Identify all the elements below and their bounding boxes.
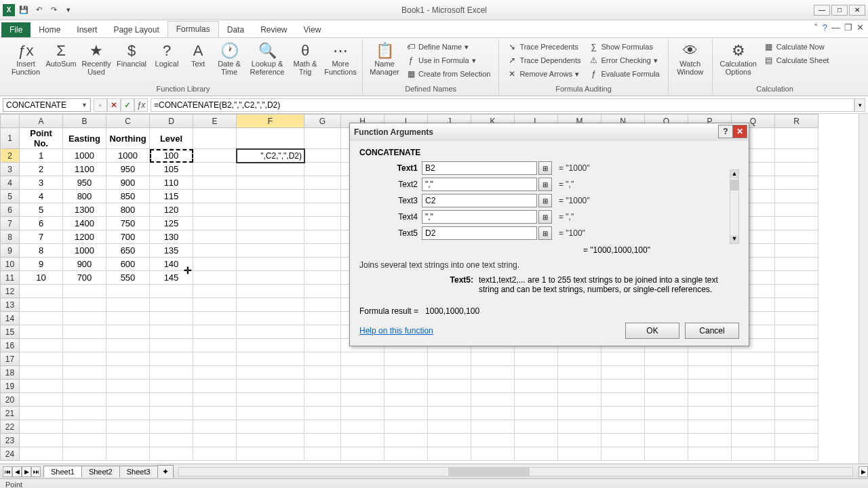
cell[interactable]: Level — [150, 128, 193, 149]
workbook-close-icon[interactable]: ✕ — [856, 22, 864, 33]
row-header[interactable]: 5 — [1, 190, 20, 203]
cell[interactable] — [341, 352, 384, 366]
cell[interactable] — [645, 420, 688, 434]
cell[interactable] — [20, 339, 63, 352]
cell[interactable] — [732, 352, 775, 366]
cell[interactable] — [471, 447, 515, 461]
cell[interactable] — [237, 298, 304, 312]
cell[interactable] — [63, 380, 106, 393]
cell[interactable]: 1100 — [63, 163, 106, 176]
cell[interactable] — [106, 285, 150, 298]
cell[interactable] — [106, 447, 150, 461]
cell[interactable]: Easting — [63, 128, 106, 149]
cell[interactable] — [428, 420, 471, 434]
cell[interactable] — [471, 366, 515, 380]
cell[interactable] — [193, 217, 237, 230]
cell[interactable]: 1000 — [63, 244, 106, 258]
cell[interactable] — [150, 420, 193, 434]
cell[interactable] — [384, 447, 428, 461]
cell[interactable] — [237, 352, 304, 366]
cell[interactable] — [63, 352, 106, 366]
cell[interactable] — [193, 325, 237, 339]
cell[interactable] — [304, 128, 341, 149]
cell[interactable] — [384, 407, 428, 420]
cell[interactable] — [193, 271, 237, 285]
cell[interactable] — [304, 217, 341, 230]
cell[interactable] — [63, 393, 106, 407]
cell[interactable] — [193, 285, 237, 298]
cell[interactable] — [63, 298, 106, 312]
tab-file[interactable]: File — [1, 22, 31, 37]
cell[interactable] — [428, 366, 471, 380]
cell[interactable] — [20, 393, 63, 407]
cell[interactable] — [304, 244, 341, 258]
tab-prev-button[interactable]: ◀ — [12, 466, 22, 477]
cell[interactable] — [150, 434, 193, 447]
collapse-dialog-button[interactable]: ⊞ — [538, 210, 552, 224]
help-icon[interactable]: ? — [823, 22, 827, 33]
row-header[interactable]: 14 — [1, 312, 20, 325]
cell[interactable] — [193, 393, 237, 407]
cell[interactable] — [150, 298, 193, 312]
column-header[interactable]: D — [150, 115, 193, 128]
cell[interactable] — [150, 352, 193, 366]
cell[interactable]: 750 — [106, 217, 150, 230]
cell[interactable] — [515, 366, 558, 380]
cell[interactable]: 1 — [20, 149, 63, 163]
cell[interactable] — [193, 190, 237, 203]
cell[interactable] — [237, 230, 304, 244]
cell[interactable] — [193, 128, 237, 149]
cell[interactable] — [20, 352, 63, 366]
cell[interactable] — [775, 203, 818, 217]
row-header[interactable]: 22 — [1, 420, 20, 434]
tab-review[interactable]: Review — [252, 22, 295, 37]
cell[interactable] — [428, 352, 471, 366]
math-button[interactable]: θMath & Trig — [289, 41, 321, 77]
sheet-tab-2[interactable]: Sheet2 — [81, 466, 120, 477]
cell[interactable] — [732, 366, 775, 380]
cell[interactable] — [645, 407, 688, 420]
cell[interactable] — [601, 393, 645, 407]
cell[interactable] — [515, 407, 558, 420]
cell[interactable]: Point No. — [20, 128, 63, 149]
cell[interactable] — [20, 298, 63, 312]
cell[interactable]: 1300 — [63, 203, 106, 217]
cell[interactable] — [193, 420, 237, 434]
cell[interactable]: 8 — [20, 244, 63, 258]
use-in-formula-button[interactable]: ƒUse in Formula ▾ — [403, 54, 493, 66]
show-formulas-button[interactable]: ∑Show Formulas — [586, 41, 662, 53]
cell[interactable] — [471, 393, 515, 407]
name-box-dropdown-icon[interactable]: ▼ — [81, 102, 87, 108]
cell[interactable] — [150, 447, 193, 461]
cell[interactable] — [106, 380, 150, 393]
create-from-selection-button[interactable]: ▦Create from Selection — [403, 68, 493, 80]
cell[interactable] — [428, 393, 471, 407]
cell[interactable] — [515, 434, 558, 447]
cell[interactable] — [193, 298, 237, 312]
cell[interactable] — [150, 380, 193, 393]
cell[interactable] — [63, 407, 106, 420]
cell[interactable] — [237, 366, 304, 380]
cell[interactable] — [775, 271, 818, 285]
cell[interactable] — [304, 407, 341, 420]
name-manager-button[interactable]: 📋Name Manager — [368, 41, 401, 77]
cell[interactable] — [150, 285, 193, 298]
cell[interactable]: 120 — [150, 203, 193, 217]
cell[interactable] — [471, 380, 515, 393]
cell[interactable] — [341, 407, 384, 420]
save-icon[interactable]: 💾 — [18, 4, 30, 16]
cell[interactable] — [688, 407, 732, 420]
financial-button[interactable]: $Financial — [115, 41, 148, 69]
workbook-restore-icon[interactable]: ❐ — [844, 22, 852, 33]
cell[interactable]: 3 — [20, 176, 63, 190]
autosum-button[interactable]: ΣAutoSum — [45, 41, 77, 69]
cell[interactable] — [471, 407, 515, 420]
cell[interactable] — [193, 203, 237, 217]
cell[interactable] — [193, 149, 237, 163]
cell[interactable] — [558, 393, 601, 407]
cell[interactable] — [775, 366, 818, 380]
row-header[interactable]: 23 — [1, 434, 20, 447]
cell[interactable] — [688, 393, 732, 407]
cell[interactable]: 1000 — [63, 149, 106, 163]
cell[interactable] — [775, 298, 818, 312]
